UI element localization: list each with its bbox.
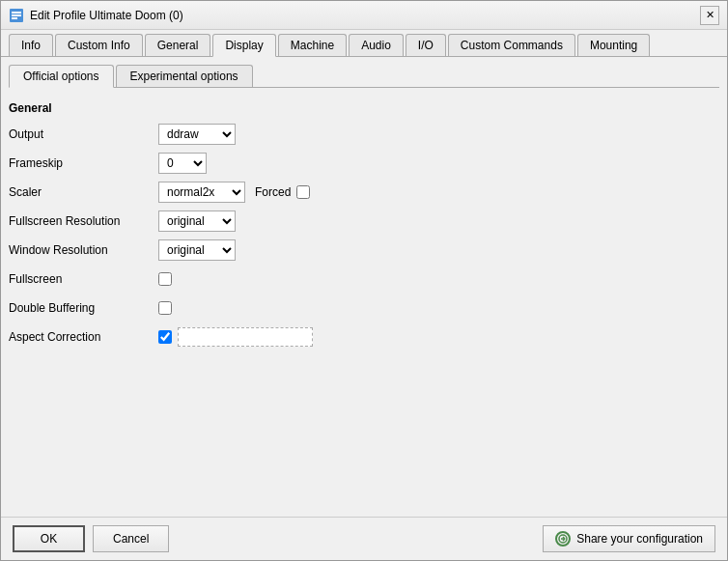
- tab-custom-info[interactable]: Custom Info: [55, 34, 143, 56]
- aspect-correction-label: Aspect Correction: [9, 330, 158, 344]
- fullscreen-resolution-label: Fullscreen Resolution: [9, 214, 158, 228]
- svg-rect-1: [12, 12, 21, 14]
- svg-rect-2: [12, 14, 21, 16]
- tab-io[interactable]: I/O: [406, 34, 446, 56]
- share-button[interactable]: Share your configuration: [543, 525, 715, 552]
- frameskip-row: Frameskip 0 1 2 3: [9, 152, 719, 175]
- frameskip-select[interactable]: 0 1 2 3: [158, 153, 207, 174]
- form-area: General Output ddraw opengl surface Fram…: [9, 98, 719, 358]
- content-area: Official options Experimental options Ge…: [1, 57, 727, 517]
- tab-general[interactable]: General: [145, 34, 211, 56]
- aspect-correction-checkbox[interactable]: [158, 330, 172, 344]
- tab-custom-commands[interactable]: Custom Commands: [448, 34, 575, 56]
- scaler-select[interactable]: normal2x normal3x normal4x hq2x: [158, 182, 245, 203]
- scaler-control: normal2x normal3x normal4x hq2x Forced: [158, 182, 310, 203]
- section-label: General: [9, 101, 719, 115]
- window-resolution-label: Window Resolution: [9, 243, 158, 257]
- forced-label: Forced: [255, 185, 291, 199]
- window-title: Edit Profile Ultimate Doom (0): [30, 9, 183, 22]
- tab-info[interactable]: Info: [9, 34, 53, 56]
- share-label: Share your configuration: [576, 532, 703, 546]
- output-select[interactable]: ddraw opengl surface: [158, 124, 236, 145]
- scaler-label: Scaler: [9, 185, 158, 199]
- window-resolution-select[interactable]: original 640x480 800x600 1024x768: [158, 239, 236, 261]
- scaler-row: Scaler normal2x normal3x normal4x hq2x F…: [9, 181, 719, 204]
- aspect-correction-row: Aspect Correction: [9, 325, 719, 349]
- sub-tab-experimental[interactable]: Experimental options: [116, 65, 253, 87]
- fullscreen-resolution-control: original 1024x768 1280x720 1920x1080: [158, 210, 236, 232]
- tab-audio[interactable]: Audio: [349, 34, 404, 56]
- sub-tab-bar: Official options Experimental options: [9, 65, 719, 88]
- fullscreen-checkbox[interactable]: [158, 272, 172, 286]
- fullscreen-row: Fullscreen: [9, 267, 719, 291]
- svg-rect-3: [12, 17, 17, 19]
- window-icon: [9, 8, 24, 23]
- main-window: Edit Profile Ultimate Doom (0) ✕ Info Cu…: [0, 0, 728, 561]
- ok-button[interactable]: OK: [13, 525, 85, 552]
- fullscreen-label: Fullscreen: [9, 272, 158, 286]
- window-resolution-row: Window Resolution original 640x480 800x6…: [9, 238, 719, 262]
- fullscreen-control: [158, 272, 172, 286]
- tab-bar: Info Custom Info General Display Machine…: [1, 30, 727, 57]
- forced-checkbox[interactable]: [296, 185, 310, 199]
- tab-mounting[interactable]: Mounting: [577, 34, 650, 56]
- cancel-button[interactable]: Cancel: [93, 525, 169, 552]
- window-resolution-control: original 640x480 800x600 1024x768: [158, 239, 236, 261]
- double-buffering-label: Double Buffering: [9, 301, 158, 315]
- output-label: Output: [9, 127, 158, 141]
- fullscreen-resolution-row: Fullscreen Resolution original 1024x768 …: [9, 210, 719, 233]
- footer-buttons: OK Cancel: [13, 525, 169, 552]
- tab-display[interactable]: Display: [212, 34, 275, 57]
- sub-tab-official[interactable]: Official options: [9, 65, 114, 88]
- share-icon: [555, 531, 571, 547]
- aspect-correction-control: [158, 327, 313, 347]
- double-buffering-row: Double Buffering: [9, 296, 719, 320]
- close-button[interactable]: ✕: [700, 6, 719, 25]
- frameskip-label: Frameskip: [9, 156, 158, 170]
- footer: OK Cancel Share your configuration: [1, 517, 727, 560]
- title-bar: Edit Profile Ultimate Doom (0) ✕: [1, 1, 727, 30]
- double-buffering-checkbox[interactable]: [158, 301, 172, 315]
- title-bar-left: Edit Profile Ultimate Doom (0): [9, 8, 183, 23]
- fullscreen-resolution-select[interactable]: original 1024x768 1280x720 1920x1080: [158, 210, 236, 232]
- tab-machine[interactable]: Machine: [278, 34, 347, 56]
- aspect-correction-textbox: [178, 327, 313, 347]
- double-buffering-control: [158, 301, 172, 315]
- output-control: ddraw opengl surface: [158, 124, 236, 145]
- frameskip-control: 0 1 2 3: [158, 153, 207, 174]
- output-row: Output ddraw opengl surface: [9, 123, 719, 146]
